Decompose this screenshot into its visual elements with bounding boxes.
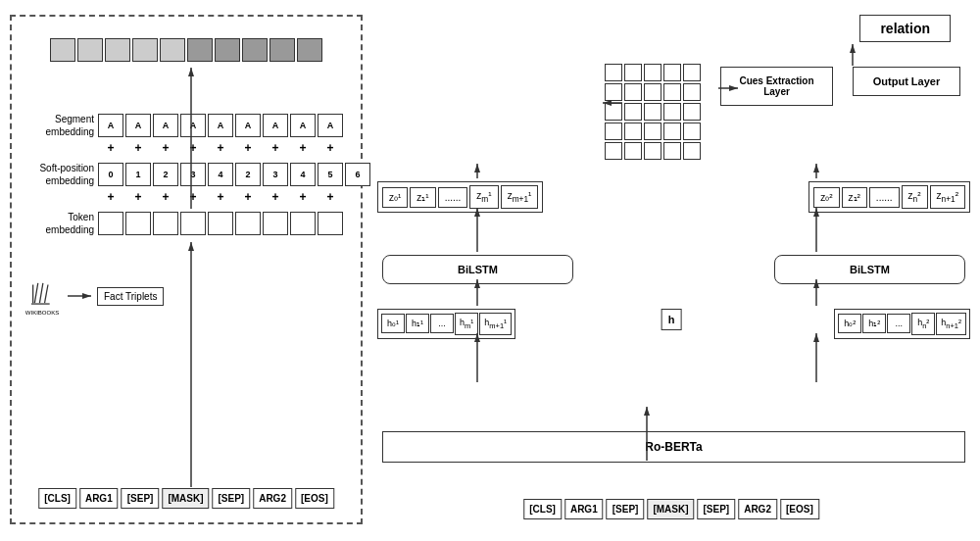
- seg-box-4: A: [180, 114, 206, 137]
- wikibooks-icon: WIKIBOOKS: [24, 276, 61, 316]
- svg-line-3: [45, 285, 48, 304]
- cnn-13: [644, 103, 662, 121]
- cnn-11: [605, 103, 622, 121]
- hm1: hm¹: [455, 313, 478, 335]
- cues-extraction-label: Cues Extraction Layer: [739, 75, 813, 97]
- relation-label: relation: [880, 21, 930, 36]
- tokenemb-row: Token embedding: [20, 211, 343, 236]
- te-box-2: [125, 212, 151, 235]
- output-box-3: [105, 38, 130, 62]
- svg-line-1: [34, 283, 37, 303]
- fact-triplets-box: Fact Triplets: [97, 287, 164, 306]
- svg-line-2: [39, 283, 42, 303]
- h-center-box: h: [662, 309, 682, 330]
- right-panel: relation Output Layer Cues Extraction La…: [372, 10, 970, 529]
- cnn-15: [683, 103, 701, 121]
- bilstm1-box: BiLSTM: [382, 255, 573, 284]
- sp-box-7: 4: [290, 163, 316, 186]
- output-box-4: [132, 38, 158, 62]
- h12: h₁²: [862, 314, 886, 333]
- cnn-19: [663, 123, 681, 140]
- cnn-25: [683, 142, 701, 160]
- plus2-7: +: [263, 189, 288, 205]
- te-box-5: [208, 212, 233, 235]
- cnn-20: [683, 123, 701, 140]
- fact-triplets-arrow: [66, 286, 95, 306]
- cnn-1: [605, 64, 622, 81]
- rbt-arg2: ARG2: [738, 499, 777, 519]
- sp-box-4: 4: [208, 163, 233, 186]
- bilstm2-label: BiLSTM: [850, 264, 890, 275]
- bilstm2-box: BiLSTM: [774, 255, 965, 284]
- cnn-2: [624, 64, 642, 81]
- zdots1: ......: [438, 187, 468, 208]
- output-box-1: [50, 38, 75, 62]
- plus-2: +: [125, 140, 151, 156]
- seg-box-9: A: [318, 114, 343, 137]
- plus2-9: +: [318, 189, 343, 205]
- plus2-1: +: [98, 189, 123, 205]
- lbt-sep1: [SEP]: [122, 488, 160, 509]
- z11: z₁¹: [410, 187, 435, 208]
- cnn-4: [663, 64, 681, 81]
- output-layer-label: Output Layer: [873, 75, 940, 87]
- plus2-6: +: [235, 189, 261, 205]
- seg-box-5: A: [208, 114, 233, 137]
- plus2-4: +: [180, 189, 206, 205]
- roberta-box: Ro-BERTa: [382, 431, 965, 463]
- seg-box-6: A: [235, 114, 261, 137]
- cnn-14: [663, 103, 681, 121]
- sp-box-0: 0: [98, 163, 123, 186]
- zvec-container-2: z₀² z₁² ...... zn² zn+1²: [808, 181, 970, 213]
- h01: h₀¹: [381, 314, 405, 333]
- rbt-cls: [CLS]: [523, 499, 562, 519]
- rbt-sep1: [SEP]: [607, 499, 645, 519]
- fact-triplets-section: Fact Triplets: [66, 286, 164, 306]
- cnn-24: [663, 142, 681, 160]
- lbt-mask: [MASK]: [162, 488, 209, 509]
- hn1plus2: hn+1²: [936, 313, 966, 335]
- te-box-6: [235, 212, 261, 235]
- wikibooks-section: WIKIBOOKS Fact Triplets: [24, 276, 164, 316]
- plus-7: +: [263, 140, 288, 156]
- plus-5: +: [208, 140, 233, 156]
- hvec-container-1: h₀¹ h₁¹ ... hm¹ hm+1¹: [377, 309, 515, 339]
- cnn-8: [644, 83, 662, 101]
- te-box-9: [318, 212, 343, 235]
- zn2: zn²: [902, 185, 928, 209]
- segment-boxes: A A A A A A A A A: [98, 114, 343, 137]
- tokenemb-boxes: [98, 212, 343, 235]
- rbt-eos: [EOS]: [780, 499, 819, 519]
- plus-row-1: + + + + + + + + +: [98, 140, 343, 156]
- lbt-cls: [CLS]: [38, 488, 76, 509]
- cnn-22: [624, 142, 642, 160]
- output-layer-box: Output Layer: [853, 67, 960, 96]
- cnn-5: [683, 64, 701, 81]
- te-box-1: [98, 212, 123, 235]
- sp-box-3: 3: [180, 163, 206, 186]
- output-box-9: [270, 38, 295, 62]
- hdots1: ...: [430, 314, 454, 333]
- top-output-boxes: [50, 38, 322, 62]
- seg-box-3: A: [153, 114, 178, 137]
- left-panel-arrows: [12, 17, 361, 522]
- output-box-5: [160, 38, 185, 62]
- cnn-6: [605, 83, 622, 101]
- softpos-label: Soft-position embedding: [20, 162, 98, 187]
- sp-box-6: 3: [263, 163, 288, 186]
- plus-8: +: [290, 140, 316, 156]
- plus-1: +: [98, 140, 123, 156]
- z02: z₀²: [813, 187, 839, 208]
- output-box-6: [187, 38, 213, 62]
- cnn-17: [624, 123, 642, 140]
- zm1: zm¹: [469, 185, 498, 209]
- hm1plus: hm+1¹: [479, 313, 512, 335]
- sp-box-1: 1: [125, 163, 151, 186]
- zm1plus: zm+1¹: [501, 185, 539, 209]
- seg-box-1: A: [98, 114, 123, 137]
- te-box-7: [263, 212, 288, 235]
- te-box-4: [180, 212, 206, 235]
- z12: z₁²: [842, 187, 867, 208]
- cnn-21: [605, 142, 622, 160]
- output-box-8: [242, 38, 268, 62]
